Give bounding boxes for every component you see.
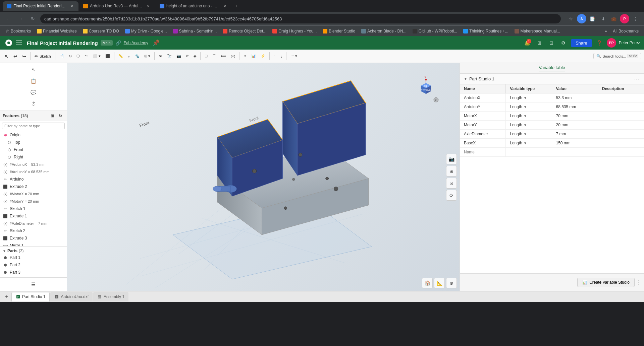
feature-item-extrude3[interactable]: ⬛ Extrude 3 xyxy=(0,234,67,242)
help-icon[interactable]: ❓ xyxy=(595,38,604,48)
feature-item-sketch2[interactable]: ✏ Sketch 2 xyxy=(0,227,67,234)
create-variable-studio-btn[interactable]: 📊 Create Variable Studio xyxy=(577,278,635,287)
settings-icon[interactable]: ⚙ xyxy=(559,38,568,48)
feature-item-origin[interactable]: ⊕ Origin xyxy=(0,131,67,139)
part-item-2[interactable]: ⬢ Part 2 xyxy=(0,261,67,269)
render-tool[interactable]: ✦ xyxy=(241,52,249,61)
bookmark-item-financial[interactable]: Financial Websites xyxy=(34,27,79,35)
tab-close-2[interactable]: ✕ xyxy=(146,3,151,9)
tab-close-1[interactable]: ✕ xyxy=(69,3,74,9)
hex-tool[interactable]: ⬡ xyxy=(74,52,82,61)
part-studio-header[interactable]: ▼ Part Studio 1 ⋯ xyxy=(460,74,644,84)
feature-item-axlediameter[interactable]: (x) #AxleDiameter = 7 mm xyxy=(0,220,67,227)
features-expand-btn[interactable]: ⊞ xyxy=(49,112,56,120)
feature-item-extrude1[interactable]: ⬛ Extrude 1 xyxy=(0,212,67,220)
user-avatar[interactable]: PP xyxy=(607,38,616,48)
bookmark-star[interactable]: ☆ xyxy=(566,14,576,23)
list-icon-btn[interactable]: ☰ xyxy=(28,279,39,290)
feature-item-sketch1[interactable]: ✏ Sketch 1 xyxy=(0,205,67,212)
bookmark-item-craig[interactable]: Craig Hughes - You... xyxy=(270,27,319,35)
reload-button[interactable]: ↻ xyxy=(28,14,38,23)
feature-item-arduinox[interactable]: (x) #ArduinoX = 53.3 mm xyxy=(0,161,67,168)
sim-tool[interactable]: ⚡ xyxy=(259,52,267,61)
feature-item-arduino-sketch[interactable]: ✏ Arduino xyxy=(0,176,67,183)
var-type-arduinox[interactable]: Length ▼ xyxy=(506,93,552,102)
curve-tool[interactable]: 〜 xyxy=(83,52,90,61)
bookmark-item-github[interactable]: GitHub - WPIRoboti... xyxy=(410,27,460,35)
circle-tool[interactable]: ⊙ xyxy=(67,52,74,61)
view-tool-1[interactable]: 👁 xyxy=(157,52,164,61)
features-refresh-btn[interactable]: ↻ xyxy=(57,112,64,120)
bottom-tab-part-studio[interactable]: P Part Studio 1 xyxy=(11,292,50,301)
vp-bottom-1[interactable]: 🏠 xyxy=(422,278,433,288)
new-tab-button[interactable]: + xyxy=(232,1,241,11)
onshape-logo-icon[interactable] xyxy=(4,38,13,48)
comments-btn[interactable]: 💬 xyxy=(28,87,39,98)
tab-close-3[interactable]: ✕ xyxy=(222,3,227,9)
shape-dropdown[interactable]: ⬜▾ xyxy=(91,52,103,61)
bookmark-item-blender[interactable]: Blender Studio xyxy=(320,27,358,35)
vp-bottom-3[interactable]: ⊕ xyxy=(446,278,457,288)
feature-item-right[interactable]: ⬡ Right xyxy=(0,153,67,161)
url-bar[interactable]: cad.onshape.com/documents/250b1fe7d233d1… xyxy=(40,14,561,23)
browser-tab-2[interactable]: Arduino Uno Rev3 — Arduino O... ✕ xyxy=(79,1,155,11)
features-filter-input[interactable] xyxy=(2,123,65,129)
browser-tab-3[interactable]: height of an arduino uno - Go... ✕ xyxy=(156,1,231,11)
panel-resize-handle[interactable]: ⋮ xyxy=(637,279,640,286)
bookmark-item-allbookmarks[interactable]: All Bookmarks xyxy=(610,27,641,35)
extension-btn-2[interactable]: 📑 xyxy=(588,14,597,23)
shell-tool[interactable]: ⊟ xyxy=(203,52,210,61)
analysis-tool[interactable]: 📊 xyxy=(249,52,258,61)
pattern-tool[interactable]: ⊞▾ xyxy=(142,52,152,61)
var-value-arduinox[interactable]: 53.3 mm xyxy=(552,93,598,102)
measure-tool[interactable]: 📏 xyxy=(116,52,125,61)
fillet-tool[interactable]: ⌒ xyxy=(210,52,218,61)
more-tool[interactable]: ⋯▾ xyxy=(288,52,299,61)
ps-menu-btn[interactable]: ⋯ xyxy=(634,76,640,82)
doc-tool[interactable]: 📄 xyxy=(57,52,66,61)
add-tab-btn[interactable]: + xyxy=(3,293,11,301)
sketch-tool[interactable]: ✏ Sketch xyxy=(33,52,53,61)
versions-btn[interactable]: ⏱ xyxy=(28,98,39,109)
feature-item-mirror1[interactable]: ⟺ Mirror 1 xyxy=(0,242,67,246)
view-tool-2[interactable]: 🔭 xyxy=(165,52,174,61)
feature-item-front[interactable]: ⬡ Front xyxy=(0,146,67,153)
bookmark-item-thinking[interactable]: Thinking Routines +... xyxy=(461,27,511,35)
bookmarks-more-btn[interactable]: » xyxy=(602,29,610,33)
import-tool[interactable]: ↓ xyxy=(278,52,284,61)
feature-item-extrude2[interactable]: ⬛ Extrude 2 xyxy=(0,183,67,190)
branch-tag[interactable]: Main xyxy=(101,40,113,46)
dim-tool[interactable]: ◈ xyxy=(192,52,198,61)
back-button[interactable]: ← xyxy=(4,14,13,23)
var-value-arduinoy[interactable]: 68.535 mm xyxy=(552,102,598,111)
window-icon[interactable]: ⊡ xyxy=(547,38,556,48)
mate-tool[interactable]: 🔩 xyxy=(133,52,142,61)
mirror-tool[interactable]: ⟺ xyxy=(219,52,228,61)
orientation-cube[interactable]: Y Top Front Right ▾ xyxy=(413,76,439,103)
var-value-basex[interactable]: 150 mm xyxy=(552,139,598,147)
var-desc-motorx[interactable] xyxy=(598,112,644,120)
plane-tool[interactable]: ⬦ xyxy=(126,52,132,61)
bookmark-item-sabrina[interactable]: Sabrina - Somethin... xyxy=(170,27,220,35)
transform-tool[interactable]: ⟳ xyxy=(184,52,191,61)
var-desc-axle[interactable] xyxy=(598,130,644,138)
vp-bottom-2[interactable]: 📐 xyxy=(434,278,445,288)
vp-tool-4[interactable]: ⟳ xyxy=(446,190,457,201)
account-btn[interactable]: P xyxy=(620,14,629,23)
bookmark-item-bookmarks[interactable]: ☆ Bookmarks xyxy=(3,27,34,35)
var-type-basex[interactable]: Length ▼ xyxy=(506,139,552,147)
extension-btn-4[interactable]: 💼 xyxy=(609,14,619,23)
var-type-axle[interactable]: Length ▼ xyxy=(506,130,552,138)
var-type-arduinoy[interactable]: Length ▼ xyxy=(506,102,552,111)
var-type-motorx[interactable]: Length ▼ xyxy=(506,112,552,120)
feature-item-top[interactable]: ⬡ Top xyxy=(0,139,67,146)
hamburger-menu[interactable] xyxy=(16,39,24,47)
feature-item-motorx[interactable]: (x) #MotorX = 70 mm xyxy=(0,190,67,198)
browser-tab-1[interactable]: Final Project Initial Rendering | ✕ xyxy=(3,1,78,11)
var-desc-basex[interactable] xyxy=(598,139,644,147)
var-value-axle[interactable]: 7 mm xyxy=(552,130,598,138)
bookmark-item-gdrive[interactable]: My Drive - Google... xyxy=(122,27,170,35)
vp-tool-1[interactable]: 📷 xyxy=(446,154,457,164)
var-name-input[interactable] xyxy=(464,150,501,154)
parts-header[interactable]: ▼ Parts (3) xyxy=(0,248,67,254)
